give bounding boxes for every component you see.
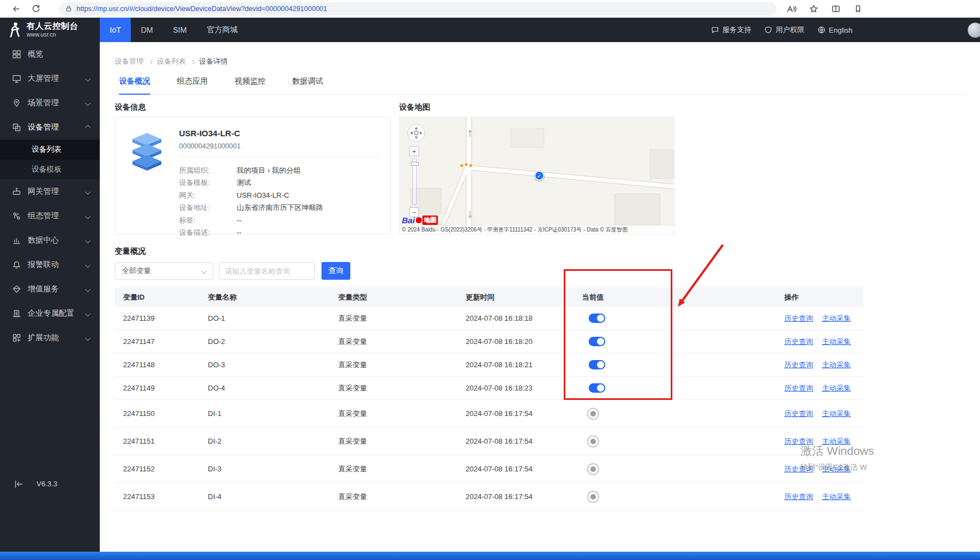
tab-device-overview[interactable]: 设备概况 (119, 76, 150, 95)
cell-update-time: 2024-07-08 16:17:54 (466, 465, 582, 473)
sidebar-item-label: 企业专属配置 (28, 309, 74, 318)
variables-table: 变量ID 变量名称 变量类型 更新时间 当前值 操作 22471139 DO-1… (115, 287, 864, 511)
variable-search (219, 262, 315, 280)
baidu-maps-logo[interactable]: Bai 地图 (402, 215, 438, 225)
value-radio-indicator[interactable] (587, 408, 599, 420)
value-toggle-on[interactable] (589, 337, 605, 346)
cell-actions: 历史查询主动采集 (784, 360, 864, 370)
collections-icon (854, 4, 862, 13)
value-toggle-on[interactable] (589, 314, 605, 323)
history-query-link[interactable]: 历史查询 (784, 409, 813, 418)
active-collect-link[interactable]: 主动采集 (822, 384, 851, 392)
history-query-link[interactable]: 历史查询 (784, 492, 813, 501)
cell-update-time: 2024-07-08 16:17:54 (466, 492, 582, 501)
sidebar-item-scene-mgmt[interactable]: 场景管理 (0, 91, 100, 115)
nav-tab-sim[interactable]: SIM (163, 18, 197, 42)
sidebar-item-enterprise-config[interactable]: 企业专属配置 (0, 301, 100, 326)
cell-variable-type: 直采变量 (338, 464, 466, 474)
active-collect-link[interactable]: 主动采集 (822, 409, 851, 418)
cell-current-value (582, 408, 784, 420)
sidebar-item-label: 概览 (28, 49, 43, 59)
device-map[interactable]: + − Bai 地图 © 2024 Baidu - GS(2023)3206号 … (399, 117, 675, 234)
sidebar-item-label: 报警联动 (28, 260, 59, 270)
history-query-link[interactable]: 历史查询 (784, 465, 813, 473)
active-collect-link[interactable]: 主动采集 (822, 337, 851, 346)
nav-tab-dm[interactable]: DM (131, 18, 163, 42)
back-icon (12, 4, 21, 13)
sidebar-item-extensions[interactable]: 扩展功能 (0, 326, 100, 350)
lock-icon (65, 5, 72, 12)
product-tabs: IoT DM SIM 官方商城 (100, 18, 248, 42)
device-info-title: 设备信息 (115, 102, 391, 111)
active-collect-link[interactable]: 主动采集 (822, 465, 851, 473)
breadcrumb-separator-icon (190, 59, 195, 64)
extensions-icon (12, 333, 21, 342)
sidebar-item-label: 场景管理 (28, 98, 59, 108)
language-menu-item[interactable]: English (818, 26, 853, 34)
active-collect-link[interactable]: 主动采集 (822, 361, 851, 369)
history-query-link[interactable]: 历史查询 (784, 437, 813, 445)
variable-search-input[interactable] (219, 262, 315, 280)
history-query-link[interactable]: 历史查询 (784, 361, 813, 369)
cell-variable-id: 22471153 (115, 492, 208, 501)
split-screen-icon (831, 4, 840, 13)
tab-video-monitor[interactable]: 视频监控 (234, 76, 266, 94)
sidebar-item-device-list[interactable]: 设备列表 (0, 140, 100, 160)
chevron-down-icon (85, 189, 91, 194)
collapse-sidebar-icon[interactable] (14, 480, 23, 488)
value-radio-indicator[interactable] (587, 435, 599, 448)
variable-filter-select[interactable]: 全部变量 (115, 262, 213, 280)
cell-variable-id: 22471151 (115, 437, 208, 445)
sidebar-item-screen-mgmt[interactable]: 大屏管理 (0, 66, 100, 91)
value-radio-indicator[interactable] (587, 491, 599, 503)
map-pan-control[interactable] (406, 123, 426, 143)
tab-scada-app[interactable]: 组态应用 (177, 76, 208, 94)
sidebar-item-device-template[interactable]: 设备模板 (0, 160, 100, 179)
cell-update-time: 2024-07-08 16:17:54 (466, 437, 582, 445)
sidebar-item-device-mgmt[interactable]: 设备管理 (0, 115, 100, 140)
query-button[interactable]: 查询 (321, 262, 350, 280)
value-toggle-on[interactable] (589, 360, 605, 369)
user-avatar[interactable] (967, 22, 980, 38)
breadcrumb-device-mgmt[interactable]: 设备管理 (115, 56, 144, 66)
value-radio-indicator[interactable] (587, 463, 599, 475)
tab-data-debug[interactable]: 数据调试 (292, 76, 323, 94)
zoom-slider[interactable] (412, 158, 417, 205)
split-screen-button[interactable] (829, 2, 843, 16)
sidebar-item-value-added-services[interactable]: 增值服务 (0, 277, 100, 301)
zoom-in-button[interactable]: + (409, 146, 419, 156)
history-query-link[interactable]: 历史查询 (784, 337, 813, 346)
cell-variable-type: 直采变量 (338, 314, 466, 323)
toggle-knob (597, 361, 604, 368)
collections-button[interactable] (851, 2, 865, 16)
breadcrumb-separator-icon (148, 59, 152, 64)
favorite-button[interactable] (807, 2, 821, 16)
zoom-slider-thumb[interactable] (411, 162, 418, 166)
breadcrumb-device-list[interactable]: 设备列表 (157, 56, 186, 66)
active-collect-link[interactable]: 主动采集 (822, 437, 851, 445)
sidebar-item-data-center[interactable]: 数据中心 (0, 228, 100, 253)
address-bar[interactable]: https://mp.usr.cn/#/cloud/device/ViewDev… (59, 2, 777, 16)
overview-icon (12, 50, 21, 59)
active-collect-link[interactable]: 主动采集 (822, 492, 851, 501)
read-aloud-button[interactable] (784, 2, 799, 16)
support-menu-item[interactable]: 服务支持 (711, 25, 751, 35)
radio-dot (590, 411, 596, 417)
cell-update-time: 2024-07-08 16:18:20 (466, 337, 582, 346)
back-button[interactable] (9, 2, 23, 16)
nav-tab-iot[interactable]: IoT (100, 18, 131, 42)
sidebar-item-gateway-mgmt[interactable]: 网关管理 (0, 179, 100, 204)
device-location-marker[interactable] (534, 171, 544, 181)
device-field-address: 设备地址:山东省济南市历下区坤顺路 (179, 202, 381, 214)
sidebar-item-scada-mgmt[interactable]: 组态管理 (0, 204, 100, 228)
active-collect-link[interactable]: 主动采集 (822, 314, 851, 322)
refresh-button[interactable] (29, 2, 43, 16)
permission-menu-item[interactable]: 用户权限 (764, 25, 804, 35)
history-query-link[interactable]: 历史查询 (784, 314, 813, 322)
sidebar-item-alarm-linkage[interactable]: 报警联动 (0, 253, 100, 277)
history-query-link[interactable]: 历史查询 (784, 384, 813, 392)
value-toggle-on[interactable] (589, 383, 605, 393)
nav-tab-mall[interactable]: 官方商城 (197, 18, 248, 42)
sidebar-item-overview[interactable]: 概览 (0, 42, 100, 66)
cell-variable-id: 22471147 (115, 337, 208, 346)
